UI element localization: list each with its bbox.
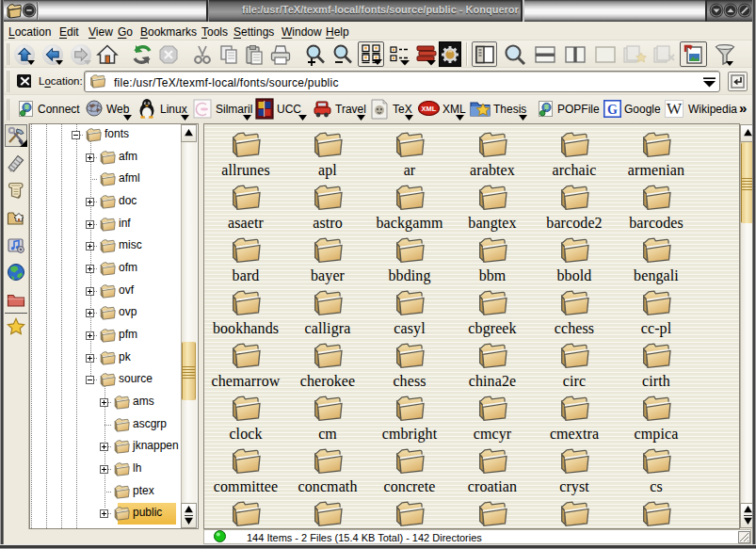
- svg-text:XML: XML: [422, 105, 437, 113]
- svg-text:G: G: [607, 103, 618, 117]
- svg-text:W: W: [667, 100, 683, 118]
